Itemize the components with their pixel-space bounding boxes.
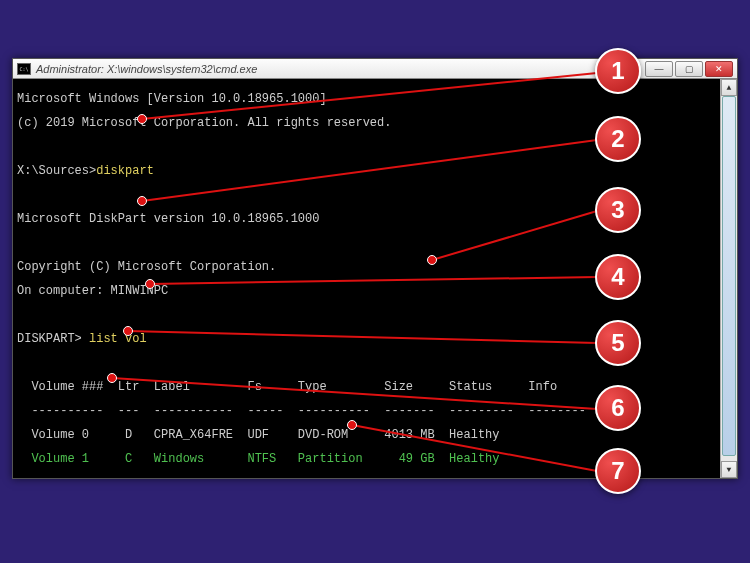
blank-line (17, 237, 733, 249)
blank-line (17, 309, 733, 321)
scroll-down-button[interactable]: ▼ (721, 461, 737, 478)
callout-5: 5 (595, 320, 641, 366)
annotation-dot (137, 196, 147, 206)
callout-1: 1 (595, 48, 641, 94)
scroll-up-button[interactable]: ▲ (721, 79, 737, 96)
vertical-scrollbar[interactable]: ▲ ▼ (720, 79, 737, 478)
annotation-dot (145, 279, 155, 289)
prompt-line: X:\Sources>diskpart (17, 165, 733, 177)
annotation-dot (123, 326, 133, 336)
scroll-track[interactable] (721, 96, 737, 461)
close-button[interactable]: ✕ (705, 61, 733, 77)
text-line: Microsoft Windows [Version 10.0.18965.10… (17, 93, 733, 105)
callout-4: 4 (595, 254, 641, 300)
command: diskpart (96, 164, 154, 178)
annotation-dot (427, 255, 437, 265)
callout-7: 7 (595, 448, 641, 494)
minimize-button[interactable]: — (645, 61, 673, 77)
prompt: DISKPART> (17, 332, 89, 346)
annotation-dot (137, 114, 147, 124)
callout-2: 2 (595, 116, 641, 162)
callout-3: 3 (595, 187, 641, 233)
cmd-icon (17, 63, 31, 75)
maximize-button[interactable]: ▢ (675, 61, 703, 77)
annotation-dot (347, 420, 357, 430)
prompt: X:\Sources> (17, 164, 96, 178)
annotation-dot (107, 373, 117, 383)
callout-6: 6 (595, 385, 641, 431)
window-title: Administrator: X:\windows\system32\cmd.e… (36, 63, 257, 75)
scroll-thumb[interactable] (722, 96, 736, 456)
table-row: Volume 0 D CPRA_X64FRE UDF DVD-ROM 4013 … (17, 429, 733, 441)
command: list vol (89, 332, 147, 346)
